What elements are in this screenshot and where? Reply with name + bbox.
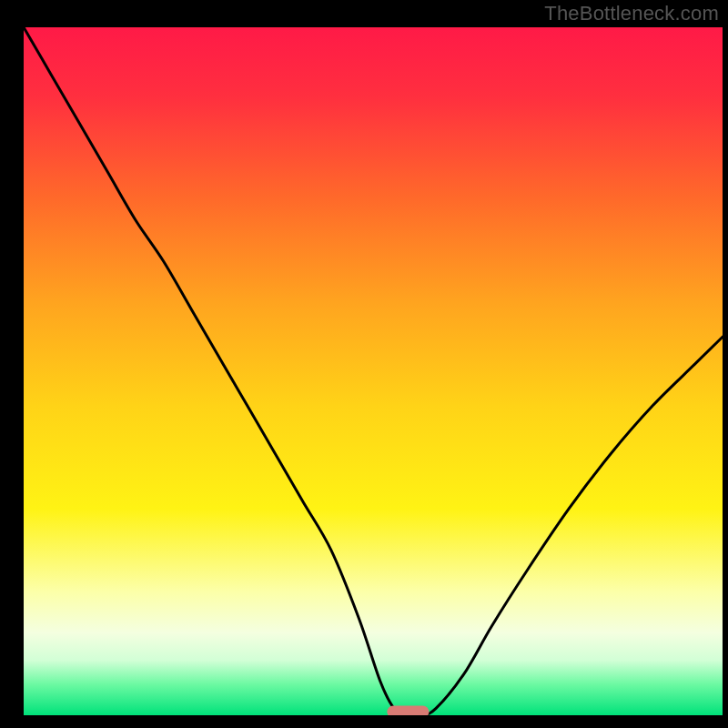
chart-frame: TheBottleneck.com bbox=[0, 0, 728, 728]
gradient-background bbox=[24, 27, 723, 715]
bottleneck-chart bbox=[0, 0, 728, 728]
watermark-text: TheBottleneck.com bbox=[544, 2, 719, 25]
